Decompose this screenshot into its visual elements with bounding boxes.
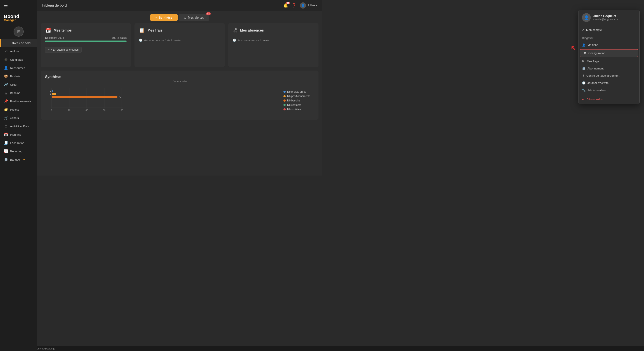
sidebar-item-label-ressources: Ressources [10, 66, 25, 70]
notifications-button[interactable]: 🔔 83 [283, 3, 288, 8]
bar-societes [52, 102, 52, 104]
mes-absences-header: 🏖 Mes absences [233, 28, 314, 33]
sidebar-item-reporting[interactable]: 📈 Reporting [0, 147, 37, 155]
sidebar-item-planning[interactable]: 📅 Planning [0, 130, 37, 139]
reporting-icon: 📈 [4, 149, 8, 153]
sidebar-item-projets[interactable]: 📁 Projets [0, 106, 37, 114]
mes-temps-header: 📅 Mes temps [45, 28, 126, 33]
sidebar-item-label-besoins: Besoins [10, 91, 20, 95]
tab-synthese[interactable]: ≡ Synthèse [150, 14, 178, 21]
help-button[interactable]: ❓ [292, 3, 296, 8]
sidebar-item-label-actions: Actions [10, 50, 20, 53]
bar-projets [52, 90, 52, 92]
facturation-icon: 🧾 [4, 141, 8, 145]
user-avatar[interactable]: ⊞ [14, 26, 24, 36]
mes-frais-icon: 📋 [139, 28, 145, 33]
sidebar-item-positionnements[interactable]: 📌 Positionnements [0, 97, 37, 106]
sidebar-item-candidats[interactable]: 🎓 Candidats [0, 56, 37, 64]
sidebar-item-label-projets: Projets [10, 108, 19, 111]
sidebar-item-label-candidats: Candidats [10, 58, 23, 61]
mes-temps-progress-labels: Décembre 2024 100 % saisis [45, 36, 126, 40]
sidebar-item-label-tableau-de-bord: Tableau de bord [10, 42, 30, 45]
sidebar-item-achats[interactable]: 🛒 Achats [0, 114, 37, 122]
sidebar-item-ressources[interactable]: 👤 Ressources [0, 64, 37, 72]
page-title: Tableau de bord [42, 4, 67, 8]
sidebar-item-banque[interactable]: 🏦 Banque ★ [0, 155, 37, 164]
sidebar-item-actions[interactable]: ☑ Actions [0, 47, 37, 56]
legend-dot-societes [284, 108, 286, 110]
banque-badge: ★ [23, 158, 25, 161]
chart-area: 1 5 75 0 20 40 60 80 [45, 86, 314, 115]
mes-frais-header: 📋 Mes frais [139, 28, 220, 33]
hamburger-icon[interactable]: ☰ [4, 3, 8, 8]
alertes-tab-icon: ⊙ [184, 16, 186, 19]
alertes-tab-label: Mes alertes [188, 16, 204, 19]
mes-absences-empty-text: Aucune absence trouvée [238, 38, 270, 42]
chevron-down-icon: ▾ [316, 4, 318, 7]
mes-temps-progress-container: Décembre 2024 100 % saisis [45, 36, 126, 42]
mes-frais-empty: 🕐 Aucune note de frais trouvée [139, 36, 220, 42]
synthese-card-title: Synthèse [45, 75, 314, 79]
svg-text:60: 60 [103, 109, 106, 112]
main-content: Tableau de bord 🔔 83 ❓ 👤 Julien ▾ ≡ Synt… [37, 0, 322, 176]
legend-item-positionnements: Nb positionnements [284, 95, 314, 98]
legend-dot-besoins [284, 100, 286, 102]
legend-label-positionnements: Nb positionnements [287, 95, 310, 98]
actions-icon: ☑ [4, 49, 8, 53]
tabs-bar: ≡ Synthèse ⊙ Mes alertes 83 [37, 11, 322, 23]
mes-temps-card: 📅 Mes temps Décembre 2024 100 % saisis +… [41, 23, 131, 67]
synthese-tab-label: Synthèse [159, 16, 172, 19]
sidebar-nav: ⊞ Tableau de bord ☑ Actions 🎓 Candidats … [0, 39, 37, 176]
sidebar-item-facturation[interactable]: 🧾 Facturation [0, 139, 37, 147]
mes-temps-progress-fill [45, 40, 126, 42]
bar-positionnements [52, 93, 56, 95]
svg-text:40: 40 [86, 109, 88, 112]
chart-legend: Nb projets créés Nb positionnements Nb b… [284, 90, 314, 111]
user-menu-button[interactable]: 👤 Julien ▾ [300, 2, 318, 8]
crm-icon: 🔗 [4, 82, 8, 86]
legend-label-contacts: Nb contacts [287, 104, 301, 106]
mes-temps-period: Décembre 2024 [45, 36, 64, 40]
sidebar-item-produits[interactable]: 📦 Produits [0, 72, 37, 80]
legend-dot-positionnements [284, 95, 286, 97]
top-bar: ☰ [0, 0, 37, 11]
sidebar-item-label-achats: Achats [10, 116, 19, 120]
mes-temps-title: Mes temps [54, 28, 72, 32]
mes-frais-empty-text: Aucune note de frais trouvée [144, 38, 180, 42]
mes-absences-title: Mes absences [240, 28, 264, 32]
activite-frais-icon: ⊡ [4, 124, 8, 128]
sidebar-item-label-crm: CRM [10, 83, 17, 86]
en-attente-creation-button[interactable]: + + En attente de création [45, 47, 82, 53]
svg-text:75: 75 [118, 96, 121, 98]
candidats-icon: 🎓 [4, 58, 8, 62]
sidebar-item-crm[interactable]: 🔗 CRM [0, 80, 37, 89]
mes-absences-empty: 🕐 Aucune absence trouvée [233, 36, 314, 42]
mes-absences-card: 🏖 Mes absences 🕐 Aucune absence trouvée [228, 23, 318, 67]
mes-temps-progress-label: 100 % saisis [112, 36, 126, 40]
cards-row: 📅 Mes temps Décembre 2024 100 % saisis +… [37, 23, 322, 70]
notifications-badge: 83 [286, 2, 290, 4]
sidebar-item-besoins[interactable]: ◎ Besoins [0, 89, 37, 97]
sidebar-item-tableau-de-bord[interactable]: ⊞ Tableau de bord [0, 39, 37, 47]
legend-dot-contacts [284, 104, 286, 106]
projets-icon: 📁 [4, 108, 8, 112]
legend-item-societes: Nb sociétés [284, 108, 314, 111]
svg-text:5: 5 [50, 93, 51, 95]
mes-temps-progress-bar [45, 40, 126, 42]
svg-text:20: 20 [68, 109, 70, 112]
svg-text:0: 0 [51, 109, 52, 112]
mes-frais-card: 📋 Mes frais 🕐 Aucune note de frais trouv… [134, 23, 225, 67]
banque-icon: 🏦 [4, 158, 8, 162]
sidebar-item-activite-frais[interactable]: ⊡ Activité et Frais [0, 122, 37, 130]
chart-subtitle: Cette année [45, 80, 314, 83]
sidebar-item-label-produits: Produits [10, 75, 20, 78]
sidebar-item-label-planning: Planning [10, 133, 21, 136]
chart-svg: 1 5 75 0 20 40 60 80 [45, 86, 279, 115]
positionnements-icon: 📌 [4, 99, 8, 103]
tab-alertes[interactable]: ⊙ Mes alertes 83 [178, 14, 209, 21]
sidebar-item-label-reporting: Reporting [10, 150, 22, 153]
plus-icon: + [48, 48, 50, 51]
sidebar-item-label-positionnements: Positionnements [10, 100, 31, 103]
create-btn-label: + En attente de création [50, 48, 79, 51]
tableau-de-bord-icon: ⊞ [4, 41, 8, 45]
